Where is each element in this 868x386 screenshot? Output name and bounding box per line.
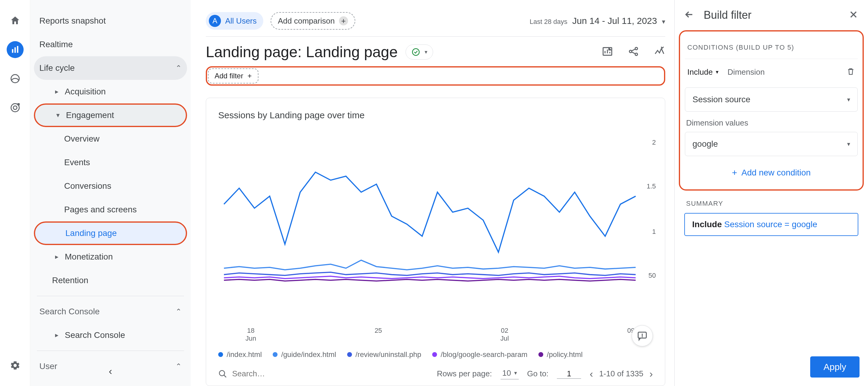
legend-label: /policy.html [547,350,583,359]
nav-label: Engagement [66,110,114,120]
insights-icon[interactable] [654,46,665,58]
include-label: Include [687,67,713,77]
nav-pages-screens[interactable]: Pages and screens [34,198,187,221]
x-tick-sub: Jun [245,334,256,343]
nav-sidebar: Reports snapshot Realtime Life cycle⌃ ▸A… [30,0,191,386]
legend-label: /blog/google-search-param [441,350,528,359]
legend-dot [347,352,352,357]
goto-input[interactable] [557,369,581,379]
advertising-icon[interactable] [7,99,24,116]
nav-label: Search Console [39,307,100,316]
comparison-bar: A All Users Add comparison + Last 28 day… [206,12,665,30]
dimension-values-select[interactable]: google▾ [685,132,858,156]
reports-icon[interactable] [7,41,24,58]
feedback-button[interactable] [632,325,653,346]
x-tick: 02 [500,327,509,334]
summary-heading: SUMMARY [679,191,864,213]
chevron-down-icon: ▾ [847,96,850,103]
dimension-select[interactable]: Session source▾ [685,88,858,111]
filter-header: Build filter [675,0,868,30]
chevron-down-icon: ▾ [662,18,665,26]
back-icon[interactable] [684,9,694,21]
legend-dot [538,352,543,357]
segment-all-users[interactable]: A All Users [206,12,263,30]
date-range-picker[interactable]: Last 28 days Jun 14 - Jul 11, 2023 ▾ [530,16,665,26]
legend-item[interactable]: /guide/index.html [273,350,336,359]
customize-icon[interactable] [602,46,613,58]
chevron-up-icon: ⌃ [176,307,182,316]
prev-page-icon[interactable]: ‹ [590,368,593,380]
svg-point-6 [412,49,420,56]
date-range: Jun 14 - Jul 11, 2023 [572,16,657,26]
svg-rect-1 [14,47,16,53]
nav-label: Overview [64,134,100,144]
rows-per-page-label: Rows per page: [437,369,492,379]
nav-realtime[interactable]: Realtime [34,33,187,56]
home-icon[interactable] [7,12,24,29]
add-comparison-button[interactable]: Add comparison + [271,12,355,30]
date-label: Last 28 days [530,18,567,26]
add-condition-label: Add new condition [742,168,811,178]
include-dropdown[interactable]: Include▾ [687,67,718,77]
share-icon[interactable] [628,46,639,58]
caret-right-icon: ▸ [52,253,61,261]
status-chip[interactable]: ▾ [406,44,433,60]
nav-lifecycle[interactable]: Life cycle⌃ [34,56,187,80]
conditions-heading: CONDITIONS (BUILD UP TO 5) [685,34,858,59]
legend-item[interactable]: /index.html [218,350,262,359]
nav-events[interactable]: Events [34,151,187,174]
settings-icon[interactable] [7,357,24,374]
segment-badge: A [209,15,221,27]
caret-right-icon: ▸ [52,331,61,339]
conditions-box: CONDITIONS (BUILD UP TO 5) Include▾ Dime… [679,30,864,191]
nav-search-console[interactable]: Search Console⌃ [34,300,187,323]
delete-condition-icon[interactable] [846,67,855,77]
segment-label: All Users [225,16,257,26]
close-icon[interactable] [848,9,859,21]
nav-monetization[interactable]: ▸Monetization [34,245,187,269]
legend-item[interactable]: /blog/google-search-param [432,350,528,359]
dimension-value: Session source [692,95,750,104]
collapse-nav-icon[interactable]: ‹ [108,365,112,377]
chevron-up-icon: ⌃ [176,64,182,72]
main-content: A All Users Add comparison + Last 28 day… [191,0,674,386]
y-tick: 2 [652,138,656,147]
summary-link[interactable]: Session source = google [724,220,817,229]
explore-icon[interactable] [7,70,24,87]
add-filter-button[interactable]: Add filter + [208,68,258,84]
apply-button[interactable]: Apply [810,356,860,378]
nav-label: Conversions [64,181,112,191]
add-filter-label: Add filter [215,72,243,80]
next-page-icon[interactable]: › [650,368,653,380]
add-condition-button[interactable]: +Add new condition [685,159,858,181]
chevron-down-icon: ▾ [716,69,718,75]
nav-label: Realtime [39,40,73,49]
legend-item[interactable]: /policy.html [538,350,583,359]
nav-retention[interactable]: Retention [34,269,187,292]
nav-engagement[interactable]: ▾Engagement [34,103,187,127]
chart-card: Sessions by Landing page over time 2 1.5… [206,98,665,386]
chart-title: Sessions by Landing page over time [218,110,653,120]
search-input[interactable] [232,369,323,379]
nav-label: Landing page [65,228,117,238]
nav-label: User [39,361,57,371]
legend-label: /index.html [227,350,262,359]
goto-label: Go to: [527,369,549,379]
nav-label: Events [64,158,90,167]
chevron-down-icon: ▾ [847,140,850,148]
nav-acquisition[interactable]: ▸Acquisition [34,80,187,103]
nav-label: Acquisition [65,87,105,96]
nav-landing-page[interactable]: Landing page [34,221,187,245]
nav-overview[interactable]: Overview [34,127,187,151]
page-range: 1-10 of 1335 [599,369,644,379]
rows-per-page-select[interactable]: 10▾ [501,368,519,379]
nav-search-console-sub[interactable]: ▸Search Console [34,323,187,347]
table-search[interactable] [218,369,428,379]
nav-conversions[interactable]: Conversions [34,174,187,198]
plus-icon: + [248,72,252,80]
check-circle-icon [411,47,421,57]
y-tick: 50 [649,272,656,280]
legend-item[interactable]: /review/uninstall.php [347,350,421,359]
nav-reports-snapshot[interactable]: Reports snapshot [34,9,187,33]
plus-icon: + [732,168,737,178]
